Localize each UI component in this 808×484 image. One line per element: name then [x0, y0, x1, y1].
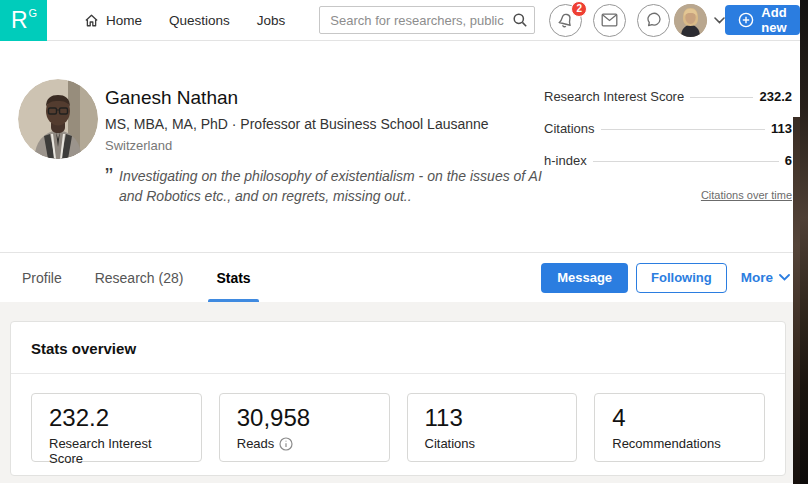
info-icon[interactable]	[279, 437, 293, 451]
tab-profile-label: Profile	[22, 270, 62, 286]
tab-research-label: Research (28)	[95, 270, 184, 286]
metric-leader-line	[601, 129, 765, 130]
stat-label: Research Interest Score	[49, 436, 184, 466]
search-box	[319, 6, 535, 34]
stat-value: 4	[612, 405, 747, 431]
metric-value: 113	[771, 121, 792, 136]
profile-tabs-row: Profile Research (28) Stats Message Foll…	[0, 253, 808, 302]
stat-value: 113	[425, 405, 560, 431]
citations-over-time-link[interactable]: Citations over time	[701, 189, 792, 201]
add-new-label: Add new	[761, 5, 786, 35]
notifications-button[interactable]: 2	[549, 4, 582, 37]
profile-photo[interactable]	[18, 79, 98, 159]
search-input[interactable]	[319, 6, 535, 34]
metric-label: Citations	[544, 121, 595, 136]
profile-quote: ” Investigating on the philosophy of exi…	[105, 166, 565, 207]
tab-stats[interactable]: Stats	[208, 253, 258, 302]
stats-section-background: Stats overview 232.2 Research Interest S…	[0, 302, 808, 483]
bell-icon	[557, 12, 574, 29]
following-button[interactable]: Following	[636, 263, 727, 293]
stats-overview-boxes: 232.2 Research Interest Score 30,958 Rea…	[11, 374, 785, 462]
stat-label: Reads	[237, 436, 372, 451]
nav-label-questions: Questions	[169, 13, 230, 28]
chevron-down-icon	[779, 274, 790, 281]
stat-label: Citations	[425, 436, 560, 451]
tab-stats-label: Stats	[216, 270, 250, 286]
nav-item-questions[interactable]: Questions	[169, 13, 230, 28]
stats-overview-card: Stats overview 232.2 Research Interest S…	[10, 321, 786, 476]
stat-box-recommendations[interactable]: 4 Recommendations	[594, 393, 765, 462]
profile-metrics: Research Interest Score 232.2 Citations …	[544, 89, 792, 203]
account-menu-chevron[interactable]	[714, 17, 725, 24]
nav-label-home: Home	[106, 13, 142, 28]
stat-value: 30,958	[237, 405, 372, 431]
logo-letter-r: R	[11, 9, 28, 32]
home-icon	[84, 13, 99, 28]
search-icon[interactable]	[512, 12, 528, 28]
nav-item-jobs[interactable]: Jobs	[257, 13, 286, 28]
profile-info: Ganesh Nathan MS, MBA, MA, PhD · Profess…	[105, 87, 565, 207]
metric-row-research-interest: Research Interest Score 232.2	[544, 89, 792, 104]
metric-row-h-index: h-index 6	[544, 153, 792, 168]
tab-research[interactable]: Research (28)	[87, 253, 192, 302]
more-menu-button[interactable]: More	[741, 270, 790, 285]
stat-label: Recommendations	[612, 436, 747, 451]
profile-degrees-position: MS, MBA, MA, PhD · Professor at Business…	[105, 116, 565, 132]
messages-button[interactable]	[593, 4, 626, 37]
stats-overview-title: Stats overview	[31, 340, 136, 357]
metric-label: Research Interest Score	[544, 89, 684, 104]
stats-overview-header: Stats overview	[11, 322, 785, 374]
profile-header-section: Ganesh Nathan MS, MBA, MA, PhD · Profess…	[0, 41, 808, 253]
metric-value: 6	[785, 153, 792, 168]
profile-action-buttons: Message Following More	[541, 263, 790, 293]
metric-leader-line	[690, 97, 753, 98]
stat-value: 232.2	[49, 405, 184, 431]
metric-value: 232.2	[759, 89, 792, 104]
stat-box-research-interest[interactable]: 232.2 Research Interest Score	[31, 393, 202, 462]
main-nav: Home Questions Jobs	[84, 13, 285, 28]
stat-box-reads[interactable]: 30,958 Reads	[219, 393, 390, 462]
profile-location: Switzerland	[105, 138, 565, 153]
profile-tabs: Profile Research (28) Stats	[14, 253, 276, 302]
qa-button[interactable]	[637, 4, 670, 37]
envelope-icon	[601, 13, 618, 27]
plus-circle-icon	[738, 12, 754, 28]
desktop-background-strip	[800, 0, 808, 484]
metric-leader-line	[593, 161, 779, 162]
researchgate-profile-page: RG Home Questions Jobs	[0, 0, 808, 484]
top-navigation-bar: RG Home Questions Jobs	[0, 0, 808, 41]
user-avatar[interactable]	[674, 4, 707, 37]
profile-quote-text: Investigating on the philosophy of exist…	[119, 166, 565, 207]
message-button[interactable]: Message	[541, 263, 628, 293]
nav-item-home[interactable]: Home	[84, 13, 142, 28]
tab-profile[interactable]: Profile	[14, 253, 70, 302]
metric-label: h-index	[544, 153, 587, 168]
profile-name: Ganesh Nathan	[105, 87, 565, 109]
more-label: More	[741, 270, 773, 285]
speech-bubble-icon	[646, 12, 662, 28]
add-new-button[interactable]: Add new	[725, 5, 799, 35]
logo-letter-g: G	[29, 8, 38, 19]
notification-count-badge: 2	[571, 1, 587, 17]
desktop-background-strip	[793, 117, 800, 484]
citations-over-time-wrap: Citations over time	[544, 185, 792, 203]
stat-box-citations[interactable]: 113 Citations	[407, 393, 578, 462]
researchgate-logo[interactable]: RG	[0, 0, 47, 41]
header-icon-buttons: 2	[549, 4, 670, 37]
nav-label-jobs: Jobs	[257, 13, 286, 28]
quote-mark-icon: ”	[105, 166, 113, 188]
metric-row-citations: Citations 113	[544, 121, 792, 136]
